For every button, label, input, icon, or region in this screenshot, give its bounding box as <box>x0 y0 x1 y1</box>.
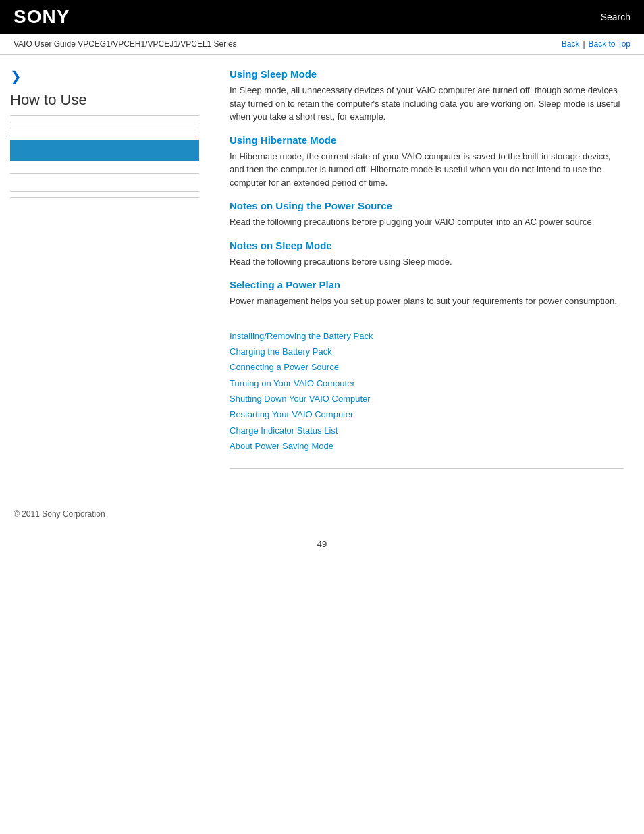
footer: © 2011 Sony Corporation <box>0 496 644 532</box>
link-shutting-down[interactable]: Shutting Down Your VAIO Computer <box>230 391 624 407</box>
sidebar: ❯ How to Use <box>0 55 209 496</box>
section-title-hibernate-mode[interactable]: Using Hibernate Mode <box>230 134 624 146</box>
link-connecting-power[interactable]: Connecting a Power Source <box>230 359 624 375</box>
section-title-notes-sleep-mode[interactable]: Notes on Sleep Mode <box>230 240 624 251</box>
nav-links: Back | Back to Top <box>562 39 630 49</box>
back-link[interactable]: Back <box>562 39 580 49</box>
guide-title: VAIO User Guide VPCEG1/VPCEH1/VPCEJ1/VPC… <box>14 39 237 49</box>
sidebar-highlight <box>10 140 199 161</box>
sidebar-arrow: ❯ <box>10 68 199 84</box>
sidebar-divider-1 <box>10 115 199 116</box>
sidebar-title: How to Use <box>10 91 199 109</box>
sony-logo: SONY <box>14 6 70 28</box>
section-title-sleep-mode[interactable]: Using Sleep Mode <box>230 68 624 80</box>
section-text-sleep-mode: In Sleep mode, all unnecessary devices o… <box>230 84 624 124</box>
links-section: Installing/Removing the Battery Pack Cha… <box>230 321 624 454</box>
sidebar-divider-6 <box>10 173 199 174</box>
search-button[interactable]: Search <box>601 11 630 22</box>
section-title-selecting-power-plan[interactable]: Selecting a Power Plan <box>230 279 624 290</box>
link-charging-battery[interactable]: Charging the Battery Pack <box>230 344 624 359</box>
main-container: ❯ How to Use Using Sleep Mode In Sleep m… <box>0 55 644 496</box>
sidebar-divider-5 <box>10 167 199 167</box>
sidebar-divider-7 <box>10 191 199 192</box>
page-number: 49 <box>0 532 644 556</box>
section-text-selecting-power-plan: Power management helps you set up power … <box>230 294 624 308</box>
back-to-top-link[interactable]: Back to Top <box>589 39 630 49</box>
section-text-notes-power-source: Read the following precautions before pl… <box>230 215 624 229</box>
section-title-notes-power-source[interactable]: Notes on Using the Power Source <box>230 200 624 211</box>
content-divider <box>230 468 624 469</box>
link-installing-battery[interactable]: Installing/Removing the Battery Pack <box>230 328 624 344</box>
section-text-notes-sleep-mode: Read the following precautions before us… <box>230 255 624 269</box>
content-area: Using Sleep Mode In Sleep mode, all unne… <box>209 55 644 496</box>
copyright: © 2011 Sony Corporation <box>14 509 105 519</box>
link-charge-indicator[interactable]: Charge Indicator Status List <box>230 423 624 438</box>
sidebar-divider-3 <box>10 128 199 128</box>
sidebar-divider-4 <box>10 134 199 134</box>
link-power-saving-mode[interactable]: About Power Saving Mode <box>230 438 624 454</box>
sidebar-divider-2 <box>10 122 199 122</box>
breadcrumb-bar: VAIO User Guide VPCEG1/VPCEH1/VPCEJ1/VPC… <box>0 34 644 55</box>
header: SONY Search <box>0 0 644 34</box>
link-restarting[interactable]: Restarting Your VAIO Computer <box>230 407 624 422</box>
sidebar-divider-8 <box>10 197 199 198</box>
section-text-hibernate-mode: In Hibernate mode, the current state of … <box>230 150 624 190</box>
link-turning-on[interactable]: Turning on Your VAIO Computer <box>230 375 624 391</box>
